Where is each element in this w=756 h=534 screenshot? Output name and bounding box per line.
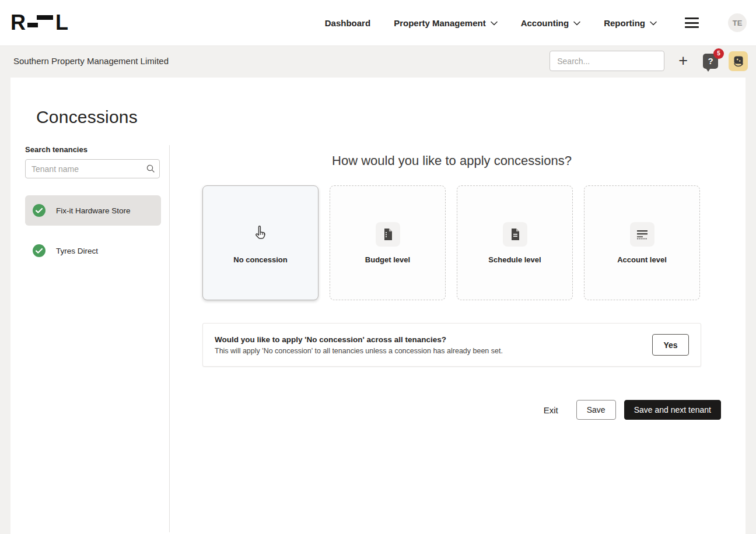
exit-button[interactable]: Exit <box>544 405 558 415</box>
option-label: No concession <box>233 255 287 264</box>
option-label: Account level <box>617 255 667 264</box>
logo-letter-r: R <box>10 12 25 33</box>
tenant-search-input[interactable] <box>25 159 160 178</box>
nav-accounting[interactable]: Accounting <box>521 18 581 28</box>
nav-dashboard-label: Dashboard <box>325 18 370 28</box>
logo-bars-icon <box>26 13 54 33</box>
option-card-schedule-level[interactable]: Schedule level <box>457 185 573 300</box>
chevron-down-icon <box>650 21 657 26</box>
app-window: R L Dashboard Property Management Accoun… <box>0 0 756 534</box>
hamburger-menu-icon[interactable] <box>685 17 699 28</box>
save-button[interactable]: Save <box>576 400 616 420</box>
apply-all-text: Would you like to apply 'No concession' … <box>215 335 503 355</box>
main-navigation: Dashboard Property Management Accounting… <box>325 13 747 32</box>
tenant-row-fix-it-hardware-store[interactable]: Fix-it Hardware Store <box>25 195 161 226</box>
footer-actions: Exit Save Save and next tenant <box>202 400 721 420</box>
green-check-icon <box>32 203 46 217</box>
context-bar: Southern Property Management Limited + ?… <box>0 45 756 76</box>
apply-all-banner: Would you like to apply 'No concession' … <box>202 323 701 367</box>
nav-accounting-label: Accounting <box>521 18 569 28</box>
logo-letter-l: L <box>55 12 68 33</box>
body-row: Search tenancies Fix-it Hardware Store <box>10 145 746 532</box>
help-button[interactable]: ? 5 <box>703 54 718 69</box>
search-tenancies-label: Search tenancies <box>25 145 169 154</box>
tenant-list: Fix-it Hardware Store Tyres Direct <box>25 195 161 266</box>
content-panel: Concessions Search tenancies Fix- <box>10 78 746 534</box>
notification-badge: 5 <box>713 48 724 59</box>
tenancy-sidebar: Search tenancies Fix-it Hardware Store <box>10 145 170 532</box>
apply-all-yes-button[interactable]: Yes <box>652 334 689 356</box>
tenant-name: Tyres Direct <box>56 247 98 255</box>
page-title: Concessions <box>10 78 746 127</box>
tenant-name: Fix-it Hardware Store <box>56 206 131 215</box>
tenant-search-wrap <box>25 159 160 178</box>
green-check-icon <box>32 244 46 258</box>
add-button[interactable]: + <box>678 53 688 69</box>
option-label: Schedule level <box>488 255 541 264</box>
nav-reporting[interactable]: Reporting <box>604 18 657 28</box>
support-widget-button[interactable] <box>729 51 748 71</box>
global-search-input[interactable] <box>550 51 664 71</box>
schedule-file-icon <box>503 222 527 247</box>
company-name: Southern Property Management Limited <box>13 56 169 66</box>
option-card-no-concession[interactable]: No concession <box>202 185 318 300</box>
option-card-account-level[interactable]: Account level <box>584 185 700 300</box>
avatar-initials: TE <box>733 19 743 27</box>
chevron-down-icon <box>573 21 580 26</box>
nav-property-management[interactable]: Property Management <box>394 18 498 28</box>
tenant-row-tyres-direct[interactable]: Tyres Direct <box>25 236 161 266</box>
concession-main: How would you like to apply concessions?… <box>170 145 746 532</box>
nav-property-management-label: Property Management <box>394 18 486 28</box>
option-label: Budget level <box>365 255 410 264</box>
cursor-hand-icon <box>249 222 273 247</box>
apply-all-question: Would you like to apply 'No concession' … <box>215 335 503 344</box>
option-card-budget-level[interactable]: Budget level <box>330 185 446 300</box>
account-ledger-icon <box>630 222 654 247</box>
budget-file-icon <box>376 222 400 247</box>
search-icon <box>146 164 155 175</box>
nav-reporting-label: Reporting <box>604 18 645 28</box>
support-chat-icon <box>732 55 745 68</box>
company-logo[interactable]: R L <box>10 12 68 33</box>
save-and-next-tenant-button[interactable]: Save and next tenant <box>624 400 721 420</box>
chevron-down-icon <box>491 21 498 26</box>
context-bar-tools: + ? 5 <box>550 51 748 71</box>
apply-all-description: This will apply 'No concession' to all t… <box>215 347 503 355</box>
concession-option-cards: No concession Budget level <box>202 185 701 300</box>
user-avatar[interactable]: TE <box>728 13 747 32</box>
top-header: R L Dashboard Property Management Accoun… <box>0 0 756 45</box>
nav-dashboard[interactable]: Dashboard <box>325 18 370 28</box>
help-glyph: ? <box>708 56 713 66</box>
apply-concessions-question: How would you like to apply concessions? <box>202 153 701 168</box>
